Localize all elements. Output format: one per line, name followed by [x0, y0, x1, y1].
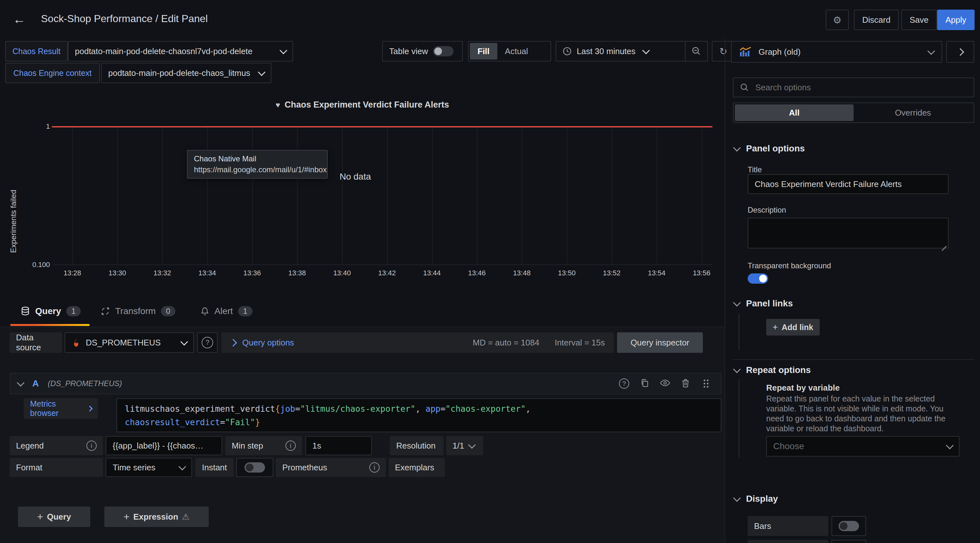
chevron-down-icon	[279, 46, 287, 54]
copy-icon	[640, 379, 649, 387]
format-select[interactable]: Time series	[106, 458, 192, 477]
query-inspector-button[interactable]: Query inspector	[617, 332, 703, 353]
zoom-out-button[interactable]	[685, 41, 707, 61]
tab-transform[interactable]: Transform 0	[100, 306, 175, 316]
x-gridline	[297, 126, 298, 264]
table-view-toggle-group[interactable]: Table view	[382, 41, 463, 62]
legend-input[interactable]: {{app_label}} - {{chaos…	[106, 436, 222, 455]
bars-toggle[interactable]	[838, 521, 859, 531]
x-gridline	[387, 126, 388, 264]
x-tick-label: 13:34	[199, 269, 216, 277]
chevron-down-icon	[733, 494, 741, 502]
info-icon: i	[285, 441, 296, 451]
next-option-row-cutoff	[748, 540, 828, 543]
plot-area[interactable]: 13:2813:3013:3213:3413:3613:3813:4013:42…	[54, 126, 713, 265]
fill-segment[interactable]: Fill	[470, 43, 497, 59]
tab-overrides[interactable]: Overrides	[854, 104, 972, 121]
add-link-button[interactable]: + Add link	[766, 319, 820, 336]
clock-icon	[563, 47, 572, 56]
chevron-down-icon	[642, 46, 650, 54]
transparent-bg-toggle[interactable]	[748, 274, 768, 286]
delete-query-button[interactable]	[679, 379, 693, 389]
x-tick-label: 13:44	[423, 269, 441, 277]
exemplars-label[interactable]: Exemplars	[388, 458, 445, 477]
panel-settings-button[interactable]: ⚙	[826, 10, 849, 30]
discard-button[interactable]: Discard	[854, 10, 899, 30]
x-tick-label: 13:56	[693, 269, 711, 277]
plus-icon: +	[37, 511, 43, 523]
gear-icon: ⚙	[833, 14, 842, 25]
search-options-input[interactable]	[754, 82, 967, 93]
instant-label: Instant	[195, 458, 234, 477]
legend-label: Legend i	[10, 436, 103, 455]
chart-title: Chaos Experiment Verdict Failure Alerts	[285, 100, 449, 110]
interval-text: Interval = 15s	[555, 338, 605, 348]
variable-value-chaos-result[interactable]: podtato-main-pod-delete-chaosnl7vd-pod-d…	[68, 41, 293, 62]
metrics-browser-button[interactable]: Metrics browser	[24, 398, 98, 419]
promql-editor[interactable]: litmuschaos_experiment_verdict{job="litm…	[116, 398, 721, 432]
zoom-out-icon	[692, 46, 701, 56]
search-icon	[740, 83, 749, 92]
datasource-picker[interactable]: DS_PROMETHEUS	[65, 332, 194, 353]
chevron-right-icon	[229, 339, 237, 346]
chart-header[interactable]: ♥ Chaos Experiment Verdict Failure Alert…	[0, 100, 725, 110]
collapse-chevron-icon[interactable]	[17, 379, 24, 387]
panel-links-header[interactable]: Panel links	[734, 298, 793, 309]
title-input[interactable]	[748, 179, 948, 189]
search-options-box[interactable]	[733, 78, 974, 97]
repeat-options-header[interactable]: Repeat options	[734, 365, 811, 375]
collapse-options-button[interactable]	[946, 41, 974, 63]
toggle-visibility-button[interactable]	[658, 379, 672, 389]
tooltip-url[interactable]: https://mail.google.com/mail/u/1/#inbox	[194, 165, 321, 174]
prometheus-type-label: Prometheus i	[276, 458, 386, 477]
display-header[interactable]: Display	[734, 494, 778, 504]
chevron-down-icon	[258, 68, 265, 76]
chevron-down-icon	[468, 441, 476, 449]
resize-handle[interactable]	[941, 241, 947, 247]
add-query-button[interactable]: + Query	[18, 506, 90, 527]
query-help-button[interactable]: ?	[617, 379, 631, 389]
bars-toggle-box[interactable]	[832, 516, 866, 536]
description-textarea[interactable]	[748, 218, 949, 248]
database-icon	[21, 306, 30, 316]
datasource-help-button[interactable]: ?	[197, 332, 218, 353]
link-tooltip: Chaos Native Mail https://mail.google.co…	[187, 150, 328, 178]
actual-segment[interactable]: Actual	[497, 43, 536, 59]
chevron-down-icon	[733, 299, 741, 306]
x-tick-label: 13:30	[108, 269, 126, 277]
section-indent-line	[739, 379, 739, 457]
duplicate-query-button[interactable]	[638, 379, 652, 389]
no-data-text: No data	[323, 172, 387, 182]
x-tick-label: 13:50	[558, 269, 576, 277]
max-data-points-text: MD = auto = 1084	[473, 338, 539, 348]
y-tick-1: 1	[33, 122, 50, 131]
visualization-picker[interactable]: Graph (old)	[731, 41, 942, 63]
info-icon: i	[369, 462, 380, 473]
apply-button[interactable]: Apply	[937, 10, 975, 30]
query-options-bar[interactable]: Query options MD = auto = 1084 Interval …	[221, 332, 614, 353]
x-tick-label: 13:40	[333, 269, 351, 277]
instant-toggle[interactable]	[245, 462, 265, 473]
tab-alert[interactable]: Alert 1	[200, 306, 253, 316]
title-field[interactable]	[748, 174, 949, 194]
active-tab-underline	[10, 324, 90, 326]
instant-toggle-box[interactable]	[236, 458, 273, 477]
table-view-toggle[interactable]	[433, 46, 453, 56]
variable-value-chaos-engine-context[interactable]: podtato-main-pod-delete-chaos_litmus	[101, 63, 271, 83]
add-expression-button[interactable]: + Expression ⚠	[104, 506, 209, 527]
back-arrow-icon[interactable]: ←	[13, 10, 28, 28]
tab-all[interactable]: All	[735, 104, 854, 121]
repeat-variable-select[interactable]: Choose	[766, 436, 959, 457]
query-row-header[interactable]: A (DS_PROMETHEUS) ?	[10, 373, 721, 395]
x-gridline	[432, 126, 433, 264]
tab-query[interactable]: Query 1	[21, 306, 81, 316]
save-button[interactable]: Save	[901, 10, 937, 30]
time-range-picker[interactable]: Last 30 minutes	[556, 41, 685, 61]
x-tick-label: 13:28	[64, 269, 81, 277]
x-gridline	[117, 126, 118, 264]
datasource-label: Data source	[10, 332, 62, 353]
min-step-input[interactable]: 1s	[305, 436, 372, 455]
panel-options-header[interactable]: Panel options	[734, 143, 805, 154]
resolution-select[interactable]: 1/1	[446, 436, 483, 455]
drag-handle[interactable]	[699, 379, 713, 389]
